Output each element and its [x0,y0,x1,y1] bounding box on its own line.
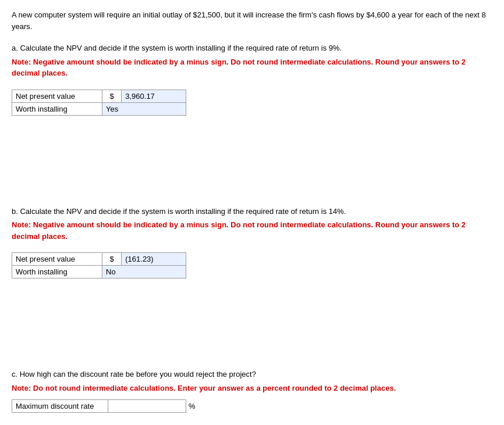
worth-label-a: Worth installing [12,102,102,115]
npv-currency-b: $ [102,253,122,266]
worth-value-a[interactable] [102,102,186,115]
worth-value-b[interactable] [102,266,186,278]
npv-input-a[interactable] [125,92,182,101]
section-c-table: Maximum discount rate [12,399,186,413]
section-a-table-container: Net present value $ Worth installing [12,90,186,116]
table-row: Net present value $ [12,90,186,102]
section-b: b. Calculate the NPV and decide if the s… [12,206,492,281]
table-row: Worth installing [12,266,186,278]
intro-text: A new computer system will require an in… [12,9,492,32]
section-b-label: b. Calculate the NPV and decide if the s… [12,206,492,217]
worth-label-b: Worth installing [12,266,102,278]
npv-label-b: Net present value [12,253,102,266]
table-row: Net present value $ [12,253,186,266]
npv-value-a[interactable] [122,90,186,102]
spacer-2 [12,299,492,369]
section-a-note: Note: Negative amount should be indicate… [12,56,492,79]
worth-input-a[interactable] [106,105,182,113]
max-rate-label: Maximum discount rate [12,400,108,413]
section-c: c. How high can the discount rate be bef… [12,369,492,413]
npv-label-a: Net present value [12,90,102,102]
max-rate-input[interactable] [112,402,182,410]
section-c-label: c. How high can the discount rate be bef… [12,369,492,380]
npv-value-b[interactable] [122,253,186,266]
section-a-table: Net present value $ Worth installing [12,90,186,116]
section-a: a. Calculate the NPV and decide if the s… [12,42,492,117]
npv-input-b[interactable] [125,255,182,263]
section-c-input-row: Maximum discount rate % [12,399,492,413]
percent-sign: % [189,402,196,410]
max-rate-value-cell[interactable] [108,400,186,413]
table-row: Maximum discount rate [12,400,186,413]
npv-currency-a: $ [102,90,122,102]
spacer-1 [12,136,492,206]
section-a-label: a. Calculate the NPV and decide if the s… [12,42,492,54]
section-b-note: Note: Negative amount should be indicate… [12,219,492,242]
section-c-note: Note: Do not round intermediate calculat… [12,383,492,394]
section-b-table-container: Net present value $ Worth installing [12,252,186,278]
table-row: Worth installing [12,102,186,115]
section-b-table: Net present value $ Worth installing [12,252,186,278]
worth-input-b[interactable] [106,267,182,276]
